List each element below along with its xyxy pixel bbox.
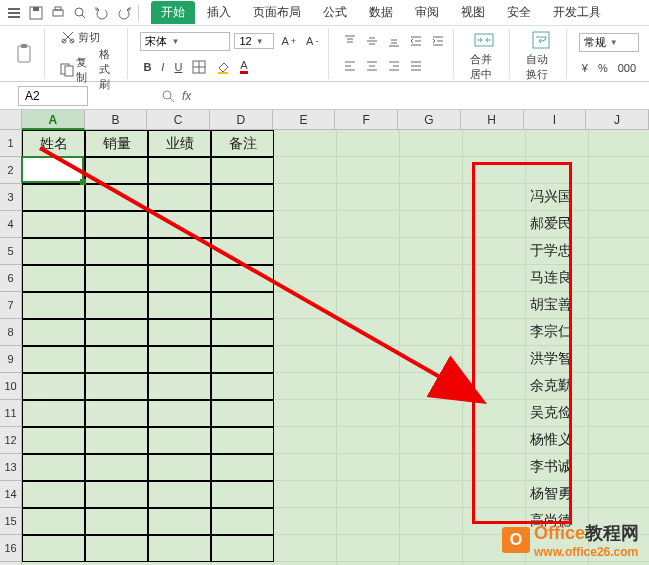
tab-insert[interactable]: 插入 [197,1,241,24]
cell-D9[interactable] [211,346,274,373]
row-header-2[interactable]: 2 [0,157,22,184]
save-icon[interactable] [26,3,46,23]
tab-dev[interactable]: 开发工具 [543,1,611,24]
cell-F1[interactable] [337,130,400,157]
decrease-font-icon[interactable]: A- [303,34,321,48]
col-header-I[interactable]: I [524,110,587,130]
col-header-C[interactable]: C [147,110,210,130]
row-header-12[interactable]: 12 [0,427,22,454]
cell-A5[interactable] [22,238,85,265]
underline-button[interactable]: U [171,60,185,74]
cell-B15[interactable] [85,508,148,535]
cell-A9[interactable] [22,346,85,373]
cell-B16[interactable] [85,535,148,562]
cell-B1[interactable]: 销量 [85,130,148,157]
copy-button[interactable]: 复制 [57,54,92,86]
tab-formula[interactable]: 公式 [313,1,357,24]
cell-E15[interactable] [274,508,337,535]
cell-F7[interactable] [337,292,400,319]
font-size-combo[interactable]: 12▼ [234,33,274,49]
cell-G15[interactable] [400,508,463,535]
cell-F3[interactable] [337,184,400,211]
align-right-icon[interactable] [385,59,403,73]
cell-A4[interactable] [22,211,85,238]
cell-C9[interactable] [148,346,211,373]
cell-J14[interactable] [589,481,649,508]
cell-B13[interactable] [85,454,148,481]
cell-G14[interactable] [400,481,463,508]
align-center-icon[interactable] [363,59,381,73]
cell-E10[interactable] [274,373,337,400]
cell-J4[interactable] [589,211,649,238]
cell-D15[interactable] [211,508,274,535]
cell-F4[interactable] [337,211,400,238]
indent-right-icon[interactable] [429,34,447,48]
cell-C1[interactable]: 业绩 [148,130,211,157]
cell-B5[interactable] [85,238,148,265]
cell-F2[interactable] [337,157,400,184]
cell-C16[interactable] [148,535,211,562]
cell-D7[interactable] [211,292,274,319]
paste-button[interactable] [10,42,38,66]
tab-layout[interactable]: 页面布局 [243,1,311,24]
row-header-3[interactable]: 3 [0,184,22,211]
wrap-text-button[interactable]: 自动换行 [522,28,560,84]
tab-data[interactable]: 数据 [359,1,403,24]
preview-icon[interactable] [70,3,90,23]
cell-D13[interactable] [211,454,274,481]
cell-B2[interactable] [85,157,148,184]
cell-A1[interactable]: 姓名 [22,130,85,157]
row-header-4[interactable]: 4 [0,211,22,238]
cell-J1[interactable] [589,130,649,157]
col-header-B[interactable]: B [85,110,148,130]
font-color-button[interactable]: A [237,58,250,75]
row-header-9[interactable]: 9 [0,346,22,373]
cell-E16[interactable] [274,535,337,562]
align-middle-icon[interactable] [363,34,381,48]
col-header-F[interactable]: F [335,110,398,130]
cell-D8[interactable] [211,319,274,346]
cell-A10[interactable] [22,373,85,400]
cell-G13[interactable] [400,454,463,481]
increase-font-icon[interactable]: A+ [278,34,299,48]
col-header-A[interactable]: A [22,110,85,130]
cell-G16[interactable] [400,535,463,562]
cell-A15[interactable] [22,508,85,535]
name-box[interactable]: A2 [18,86,88,106]
print-icon[interactable] [48,3,68,23]
cell-D11[interactable] [211,400,274,427]
row-header-11[interactable]: 11 [0,400,22,427]
cell-E7[interactable] [274,292,337,319]
cell-G10[interactable] [400,373,463,400]
cell-A3[interactable] [22,184,85,211]
row-header-10[interactable]: 10 [0,373,22,400]
row-header-15[interactable]: 15 [0,508,22,535]
cell-F9[interactable] [337,346,400,373]
cell-F15[interactable] [337,508,400,535]
tab-view[interactable]: 视图 [451,1,495,24]
cell-G11[interactable] [400,400,463,427]
cell-C10[interactable] [148,373,211,400]
cell-E8[interactable] [274,319,337,346]
cell-F5[interactable] [337,238,400,265]
cell-E2[interactable] [274,157,337,184]
cell-E11[interactable] [274,400,337,427]
cell-C15[interactable] [148,508,211,535]
cell-J9[interactable] [589,346,649,373]
cell-G12[interactable] [400,427,463,454]
cell-D6[interactable] [211,265,274,292]
indent-left-icon[interactable] [407,34,425,48]
cell-A8[interactable] [22,319,85,346]
cell-D2[interactable] [211,157,274,184]
cell-E1[interactable] [274,130,337,157]
select-all-corner[interactable] [0,110,22,130]
cell-G3[interactable] [400,184,463,211]
cell-F12[interactable] [337,427,400,454]
cell-E5[interactable] [274,238,337,265]
cell-J6[interactable] [589,265,649,292]
cell-B12[interactable] [85,427,148,454]
cell-J11[interactable] [589,400,649,427]
cell-C5[interactable] [148,238,211,265]
cell-B14[interactable] [85,481,148,508]
cell-D1[interactable]: 备注 [211,130,274,157]
